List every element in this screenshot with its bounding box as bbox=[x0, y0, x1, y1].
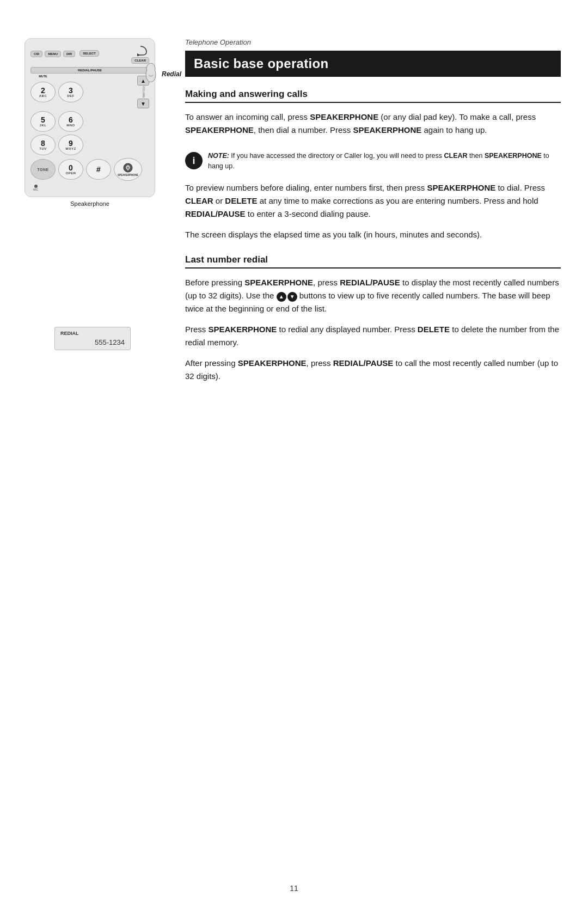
key-row-3: 8 TUV 9 WXYZ bbox=[30, 135, 149, 155]
key-2-main: 2 bbox=[41, 87, 45, 94]
select-button[interactable]: SELECT bbox=[79, 50, 99, 57]
key-3-main: 3 bbox=[69, 87, 73, 94]
key-6-sub: MNO bbox=[66, 124, 75, 127]
page-title: Basic base operation bbox=[185, 51, 561, 77]
key-row-1: MUTE 2 ABC 3 DEF ▲ VOLUME ▼ bbox=[30, 76, 149, 108]
key-3[interactable]: 3 DEF bbox=[58, 82, 83, 102]
key-6-main: 6 bbox=[69, 116, 73, 124]
up-arrow-circle: ▲ bbox=[277, 292, 286, 302]
key-3-sub: DEF bbox=[67, 94, 75, 97]
making-calls-p2: To preview numbers before dialing, enter… bbox=[185, 181, 561, 221]
keypad-rows: MUTE 2 ABC 3 DEF ▲ VOLUME ▼ bbox=[30, 76, 149, 191]
key-9[interactable]: 9 WXYZ bbox=[58, 135, 83, 155]
key-0-main: 0 bbox=[69, 164, 73, 172]
key-8[interactable]: 8 TUV bbox=[30, 135, 56, 155]
key-hash-main: # bbox=[96, 166, 101, 173]
speakerphone-key-icon bbox=[122, 162, 133, 173]
making-calls-heading: Making and answering calls bbox=[185, 89, 561, 103]
speakerphone-key-label: SPEAKERPHONE bbox=[118, 174, 138, 176]
note-text: NOTE: If you have accessed the directory… bbox=[208, 151, 561, 172]
mute-label: MUTE bbox=[39, 75, 47, 78]
left-column: CID MENU DIR SELECT CLEAR bbox=[0, 22, 169, 887]
key-8-sub: TUV bbox=[39, 147, 47, 150]
clear-arrow-icon bbox=[133, 44, 148, 56]
key-0-sub: OPER bbox=[65, 172, 76, 175]
making-calls-p3: The screen displays the elapsed time as … bbox=[185, 228, 561, 241]
last-number-redial-heading: Last number redial bbox=[185, 254, 561, 269]
dir-button[interactable]: DIR bbox=[63, 51, 75, 57]
section-header-label: Telephone Operation bbox=[185, 38, 561, 46]
redial-display: REDIAL 555-1234 bbox=[54, 327, 131, 350]
redial-display-number: 555-1234 bbox=[60, 338, 125, 346]
key-tone-label: TONE bbox=[37, 168, 48, 172]
last-number-redial-p3: After pressing SPEAKERPHONE, press REDIA… bbox=[185, 357, 561, 383]
speakerphone-key[interactable]: SPEAKERPHONE bbox=[114, 158, 142, 181]
mic-row: MIC bbox=[30, 185, 149, 191]
note-icon: i bbox=[185, 152, 203, 169]
key-2[interactable]: MUTE 2 ABC bbox=[30, 82, 56, 102]
top-buttons: CID MENU DIR bbox=[30, 51, 75, 57]
page-container: CID MENU DIR SELECT CLEAR bbox=[0, 0, 588, 909]
redial-display-label: REDIAL bbox=[60, 331, 125, 336]
key-row-2: 5 JKL 6 MNO bbox=[30, 111, 149, 132]
keypad-top-bar: CID MENU DIR SELECT CLEAR bbox=[30, 44, 149, 64]
key-8-main: 8 bbox=[41, 139, 45, 147]
key-0[interactable]: 0 OPER bbox=[58, 159, 83, 180]
last-number-redial-p1: Before pressing SPEAKERPHONE, press REDI… bbox=[185, 276, 561, 315]
key-5[interactable]: 5 JKL bbox=[30, 111, 56, 132]
right-column: Telephone Operation Basic base operation… bbox=[169, 22, 588, 887]
making-calls-p1: To answer an incoming call, press SPEAKE… bbox=[185, 111, 561, 137]
cid-button[interactable]: CID bbox=[30, 51, 42, 57]
last-number-redial-p2: Press SPEAKERPHONE to redial any display… bbox=[185, 323, 561, 349]
note-box: i NOTE: If you have accessed the directo… bbox=[185, 151, 561, 172]
phone-keypad: CID MENU DIR SELECT CLEAR bbox=[24, 38, 155, 197]
hand-press-icon bbox=[143, 63, 158, 82]
speakerphone-caption: Speakerphone bbox=[70, 200, 109, 207]
redial-annotation: Redial bbox=[162, 70, 181, 78]
volume-label: VOLUME bbox=[142, 86, 145, 98]
key-2-sub: ABC bbox=[39, 94, 47, 97]
nav-arrows: ▲ ▼ bbox=[277, 292, 297, 302]
mic-label: MIC bbox=[33, 188, 38, 191]
key-hash[interactable]: # bbox=[86, 159, 111, 180]
redial-pause-bar[interactable]: REDIAL/PAUSE Redial bbox=[30, 67, 149, 74]
key-5-main: 5 bbox=[41, 116, 45, 124]
redial-pause-label: REDIAL/PAUSE bbox=[78, 69, 102, 72]
page-number: 11 bbox=[290, 884, 298, 893]
key-tone[interactable]: TONE bbox=[30, 159, 56, 180]
svg-point-3 bbox=[126, 166, 130, 169]
key-6[interactable]: 6 MNO bbox=[58, 111, 83, 132]
volume-down-button[interactable]: ▼ bbox=[137, 99, 149, 108]
key-5-sub: JKL bbox=[40, 124, 47, 127]
key-9-main: 9 bbox=[69, 139, 73, 147]
menu-button[interactable]: MENU bbox=[45, 51, 61, 57]
key-9-sub: WXYZ bbox=[65, 147, 76, 150]
key-row-4: TONE 0 OPER # S bbox=[30, 158, 149, 181]
down-arrow-circle: ▼ bbox=[287, 292, 297, 302]
